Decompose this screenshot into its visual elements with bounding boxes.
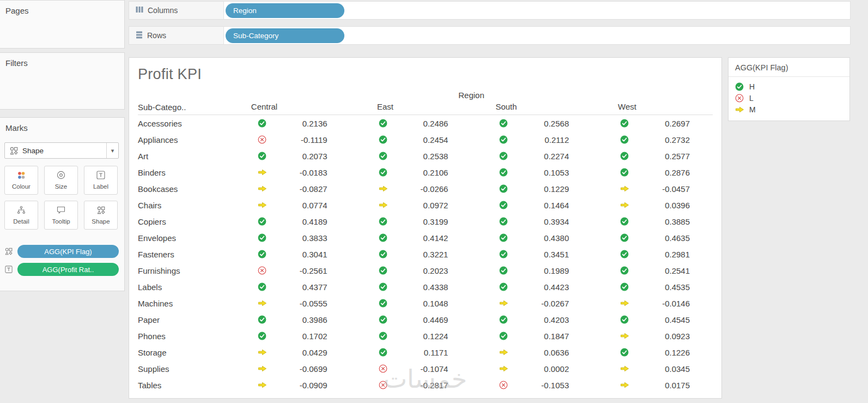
column-header[interactable]: East: [350, 102, 471, 112]
column-header[interactable]: West: [592, 102, 713, 112]
kpi-cell[interactable]: 0.3986: [229, 315, 350, 324]
kpi-cell[interactable]: 0.3934: [471, 217, 592, 226]
kpi-cell[interactable]: -0.0699: [229, 364, 350, 374]
row-label[interactable]: Paper: [138, 315, 229, 324]
rows-shelf-dropzone[interactable]: Sub-Category: [224, 27, 850, 44]
rows-shelf[interactable]: Rows Sub-Category: [129, 26, 851, 45]
kpi-cell[interactable]: 0.2697: [592, 119, 713, 128]
kpi-cell[interactable]: 0.2112: [471, 135, 592, 145]
kpi-cell[interactable]: 0.2577: [592, 152, 713, 161]
kpi-cell[interactable]: 0.4545: [592, 315, 713, 324]
row-label[interactable]: Chairs: [138, 201, 229, 210]
kpi-cell[interactable]: 0.3833: [229, 233, 350, 243]
kpi-cell[interactable]: 0.4635: [592, 233, 713, 243]
kpi-cell[interactable]: 0.2023: [350, 266, 471, 275]
kpi-cell[interactable]: 0.1224: [350, 332, 471, 341]
mark-type-dropdown[interactable]: Shape ▾: [4, 142, 119, 159]
kpi-cell[interactable]: 0.4142: [350, 233, 471, 243]
kpi-cell[interactable]: 0.2274: [471, 152, 592, 161]
kpi-cell[interactable]: 0.1229: [471, 184, 592, 194]
kpi-cell[interactable]: 0.2073: [229, 152, 350, 161]
kpi-cell[interactable]: 0.1171: [350, 348, 471, 357]
kpi-cell[interactable]: 0.2136: [229, 119, 350, 128]
region-spanning-header[interactable]: Region: [229, 91, 713, 101]
row-label[interactable]: Storage: [138, 348, 229, 357]
kpi-cell[interactable]: -0.2561: [229, 266, 350, 275]
kpi-cell[interactable]: 0.2486: [350, 119, 471, 128]
row-label[interactable]: Furnishings: [138, 266, 229, 275]
region-pill[interactable]: Region: [226, 3, 344, 18]
kpi-cell[interactable]: 0.2876: [592, 168, 713, 177]
columns-shelf[interactable]: Columns Region: [129, 1, 851, 20]
kpi-cell[interactable]: 0.1847: [471, 332, 592, 341]
kpi-cell[interactable]: 0.0636: [471, 348, 592, 357]
row-label[interactable]: Tables: [138, 381, 229, 390]
kpi-cell[interactable]: 0.3885: [592, 217, 713, 226]
kpi-cell[interactable]: -0.0555: [229, 299, 350, 308]
kpi-cell[interactable]: -0.2817: [350, 381, 471, 390]
kpi-cell[interactable]: -0.0267: [471, 299, 592, 308]
kpi-cell[interactable]: 0.4189: [229, 217, 350, 226]
kpi-cell[interactable]: 0.1048: [350, 299, 471, 308]
column-header[interactable]: South: [471, 102, 592, 112]
kpi-cell[interactable]: 0.2106: [350, 168, 471, 177]
kpi-cell[interactable]: 0.0429: [229, 348, 350, 357]
kpi-cell[interactable]: 0.4338: [350, 282, 471, 292]
kpi-cell[interactable]: 0.1226: [592, 348, 713, 357]
kpi-cell[interactable]: -0.0146: [592, 299, 713, 308]
kpi-cell[interactable]: 0.0175: [592, 381, 713, 390]
kpi-cell[interactable]: 0.2732: [592, 135, 713, 145]
kpi-cell[interactable]: 0.2541: [592, 266, 713, 275]
row-label[interactable]: Binders: [138, 168, 229, 177]
kpi-cell[interactable]: 0.0345: [592, 364, 713, 374]
kpi-cell[interactable]: 0.3451: [471, 250, 592, 259]
kpi-cell[interactable]: 0.4469: [350, 315, 471, 324]
detail-button[interactable]: Detail: [4, 201, 38, 230]
kpi-cell[interactable]: -0.0183: [229, 168, 350, 177]
legend-item[interactable]: L: [735, 92, 843, 104]
shape-button[interactable]: Shape: [84, 201, 118, 230]
kpi-cell[interactable]: -0.0457: [592, 184, 713, 194]
row-label[interactable]: Appliances: [138, 135, 229, 145]
row-label[interactable]: Art: [138, 152, 229, 161]
sub-category-pill[interactable]: Sub-Category: [226, 28, 344, 43]
row-label[interactable]: Machines: [138, 299, 229, 308]
label-button[interactable]: Label: [84, 166, 118, 195]
kpi-cell[interactable]: 0.1464: [471, 201, 592, 210]
row-label[interactable]: Accessories: [138, 119, 229, 128]
kpi-cell[interactable]: 0.3199: [350, 217, 471, 226]
row-label[interactable]: Labels: [138, 282, 229, 292]
kpi-cell[interactable]: 0.1702: [229, 332, 350, 341]
kpi-cell[interactable]: 0.0002: [471, 364, 592, 374]
kpi-cell[interactable]: 0.2538: [350, 152, 471, 161]
kpi-cell[interactable]: 0.3041: [229, 250, 350, 259]
kpi-cell[interactable]: 0.4535: [592, 282, 713, 292]
chevron-down-icon[interactable]: ▾: [106, 143, 118, 158]
kpi-cell[interactable]: -0.0827: [229, 184, 350, 194]
kpi-cell[interactable]: -0.1074: [350, 364, 471, 374]
kpi-cell[interactable]: 0.2981: [592, 250, 713, 259]
kpi-cell[interactable]: 0.4380: [471, 233, 592, 243]
row-label[interactable]: Copiers: [138, 217, 229, 226]
profit-ratio-pill[interactable]: AGG(Profit Rat..: [17, 263, 119, 276]
row-label[interactable]: Supplies: [138, 364, 229, 374]
size-button[interactable]: Size: [44, 166, 78, 195]
kpi-cell[interactable]: -0.0909: [229, 381, 350, 390]
row-label[interactable]: Phones: [138, 332, 229, 341]
kpi-cell[interactable]: -0.0266: [350, 184, 471, 194]
column-header[interactable]: Central: [229, 102, 350, 112]
kpi-cell[interactable]: 0.1053: [471, 168, 592, 177]
kpi-cell[interactable]: 0.0396: [592, 201, 713, 210]
kpi-cell[interactable]: 0.2454: [350, 135, 471, 145]
kpi-cell[interactable]: 0.4203: [471, 315, 592, 324]
kpi-cell[interactable]: 0.1989: [471, 266, 592, 275]
row-label[interactable]: Envelopes: [138, 233, 229, 243]
kpi-cell[interactable]: 0.0972: [350, 201, 471, 210]
kpi-cell[interactable]: 0.4423: [471, 282, 592, 292]
columns-shelf-dropzone[interactable]: Region: [224, 2, 850, 19]
legend-item[interactable]: M: [735, 104, 843, 115]
row-label[interactable]: Fasteners: [138, 250, 229, 259]
kpi-cell[interactable]: 0.0923: [592, 332, 713, 341]
row-label[interactable]: Bookcases: [138, 184, 229, 194]
kpi-cell[interactable]: -0.1119: [229, 135, 350, 145]
